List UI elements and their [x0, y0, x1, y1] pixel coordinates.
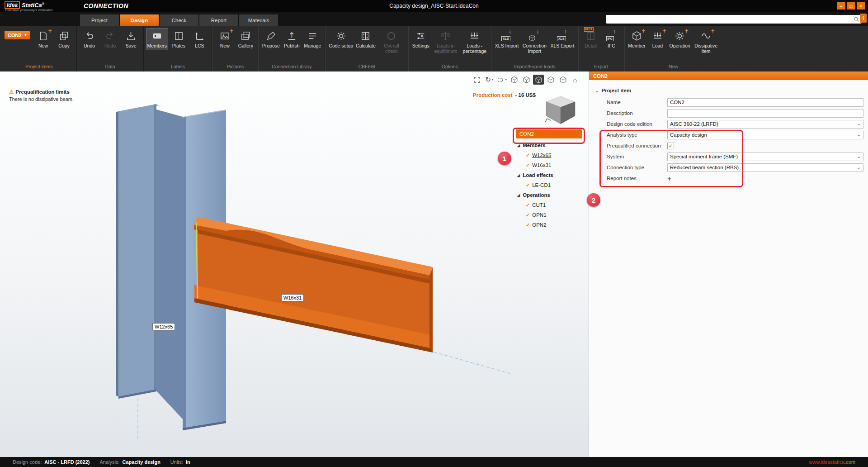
expander-icon[interactable]: ◢	[517, 193, 520, 197]
manage-button[interactable]: Manage	[302, 29, 322, 50]
analysis-type-select[interactable]: Capacity design ⌄	[667, 131, 863, 139]
xls-export-button[interactable]: ↑ XLS XLS Export	[549, 29, 575, 50]
publish-button[interactable]: Publish	[282, 29, 302, 50]
plates-labels-button[interactable]: Plates	[169, 29, 189, 50]
code-setup-button[interactable]: Code setup	[328, 29, 354, 50]
check-icon[interactable]: ✓	[526, 182, 530, 188]
new-load-icon: +	[652, 30, 664, 42]
solid-view-icon[interactable]	[533, 75, 544, 85]
settings-button[interactable]: Settings	[411, 29, 431, 50]
warning-icon: ⚠	[9, 89, 14, 95]
save-button[interactable]: Save	[121, 29, 141, 50]
xls-import-button[interactable]: ↓ XLS XLS Import	[494, 29, 520, 50]
status-bar: Design code: AISC - LRFD (2022) Analysis…	[0, 457, 868, 467]
ribbon-group-connection-library: Propose Publish Manage Connection Librar…	[259, 26, 325, 71]
name-input[interactable]: CON2	[667, 98, 863, 107]
tab-materials[interactable]: Materials	[239, 14, 278, 26]
description-input[interactable]	[667, 109, 863, 118]
add-report-note-button[interactable]: +	[667, 175, 671, 182]
ifc-export-button[interactable]: ↑ IFC IFC	[602, 29, 622, 50]
chevron-down-icon: ▾	[25, 33, 27, 37]
new-load-button[interactable]: + Load	[648, 29, 668, 50]
tree-group-members[interactable]: ◢ Members	[515, 140, 588, 150]
manage-icon	[307, 30, 318, 42]
design-code-edition-select[interactable]: AISC 360-22 (LRFD) ⌄	[667, 120, 863, 129]
info-button[interactable]: i	[860, 14, 867, 23]
expander-icon[interactable]: ◢	[517, 173, 520, 177]
section-project-item[interactable]: ⌄ Project item	[595, 88, 868, 93]
steel-connection-model[interactable]	[0, 71, 589, 457]
loads-in-equilibrium-button[interactable]: Loads in equilibrium	[432, 29, 460, 55]
system-select[interactable]: Special moment frame (SMF) ⌄	[667, 152, 863, 161]
tab-project[interactable]: Project	[80, 14, 119, 26]
chevron-down-icon: ⌄	[857, 121, 861, 126]
field-label: Analysis type	[607, 132, 667, 138]
tree-item-con2-selected[interactable]: CON2	[516, 129, 582, 138]
hidden-line-view-icon[interactable]	[521, 75, 532, 85]
connection-selector[interactable]: CON2 ▾	[5, 31, 30, 39]
tree-item-w12x65[interactable]: ✓ W12x65	[515, 150, 588, 160]
check-icon[interactable]: ✓	[526, 222, 530, 228]
loads-percentage-button[interactable]: Loads - percentage	[461, 29, 489, 55]
gallery-button[interactable]: Gallery	[236, 29, 255, 50]
website-link[interactable]: www.ideastatica.com	[809, 459, 855, 465]
search-input[interactable]	[606, 17, 854, 22]
tree-item-opn2[interactable]: ✓ OPN2	[515, 220, 588, 230]
calculate-button[interactable]: Calculate	[355, 29, 377, 50]
lcs-button[interactable]: LCS	[189, 29, 209, 50]
new-member-button[interactable]: + Member	[627, 29, 647, 50]
transparent-view-icon[interactable]	[545, 75, 556, 85]
close-button[interactable]: ×	[857, 2, 865, 10]
fit-view-icon[interactable]	[472, 75, 482, 85]
new-operation-button[interactable]: + Operation	[669, 29, 691, 50]
search-box[interactable]	[606, 15, 862, 24]
new-dissipative-item-button[interactable]: + Dissipative item	[692, 29, 720, 55]
maximize-button[interactable]: □	[847, 2, 855, 10]
check-icon[interactable]: ✓	[526, 162, 530, 168]
detail-export-button[interactable]: BETA Detail	[581, 29, 601, 50]
panel-header: CON2	[589, 71, 868, 80]
navigation-cube[interactable]	[544, 95, 577, 126]
home-view-icon[interactable]: ⌂	[570, 75, 580, 85]
new-project-item-button[interactable]: + New	[33, 29, 53, 50]
members-labels-button[interactable]: Members	[146, 29, 168, 50]
overall-check-button[interactable]: Overall check	[377, 29, 406, 55]
expander-icon[interactable]: ◢	[517, 143, 520, 148]
tree-item-cut1[interactable]: ✓ CUT1	[515, 200, 588, 210]
check-icon[interactable]: ✓	[526, 152, 530, 158]
dissipative-item-icon: +	[700, 30, 712, 42]
detail-export-icon: BETA	[585, 30, 597, 42]
check-icon[interactable]: ✓	[526, 212, 530, 218]
ribbon-group-new: + Member + Load + Operation + Dissipativ…	[625, 26, 722, 71]
tree-item-opn1[interactable]: ✓ OPN1	[515, 210, 588, 220]
tree-group-operations[interactable]: ◢ Operations	[515, 190, 588, 200]
tab-design[interactable]: Design	[120, 14, 159, 26]
prequalified-connection-checkbox[interactable]: ✓	[667, 143, 674, 149]
minimize-button[interactable]: –	[837, 2, 845, 10]
tree-group-load-effects[interactable]: ◢ Load effects	[515, 170, 588, 180]
tab-report[interactable]: Report	[199, 14, 238, 26]
redo-button[interactable]: Redo	[100, 29, 120, 50]
new-picture-button[interactable]: + New	[215, 29, 235, 50]
connection-type-select[interactable]: Reduced beam section (RBS) ⌄	[667, 163, 863, 172]
check-icon[interactable]: ✓	[526, 202, 530, 208]
propose-button[interactable]: Propose	[261, 29, 281, 50]
loads-arrows-icon	[469, 30, 481, 42]
viewport-3d[interactable]: ⚠Prequalification limits There is no dis…	[0, 71, 589, 457]
connection-import-button[interactable]: ↓ Connection Import	[520, 29, 548, 55]
section-view-icon[interactable]	[557, 75, 568, 85]
copy-button[interactable]: Copy	[54, 29, 74, 50]
beam-section-label: W16x31	[281, 294, 304, 301]
tree-item-le-cd1[interactable]: ✓ LE-CD1	[515, 180, 588, 190]
ribbon-group-label: Import/Export loads	[494, 64, 576, 71]
beam-member[interactable]	[194, 217, 433, 353]
tab-check[interactable]: Check	[160, 14, 198, 26]
tree-item-w16x31[interactable]: ✓ W16x31	[515, 160, 588, 170]
ribbon-group-import-export-loads: ↓ XLS XLS Import ↓ Connection Import ↑	[492, 26, 578, 71]
wireframe-view-icon[interactable]	[509, 75, 519, 85]
chevron-down-icon: ⌄	[857, 154, 861, 159]
undo-button[interactable]: Undo	[80, 29, 99, 50]
zoom-window-icon[interactable]: ▾	[496, 75, 507, 85]
rotate-view-icon[interactable]: ↻▾	[484, 75, 495, 85]
ribbon-group-labels: Members Plates LCS Labels	[144, 26, 212, 71]
